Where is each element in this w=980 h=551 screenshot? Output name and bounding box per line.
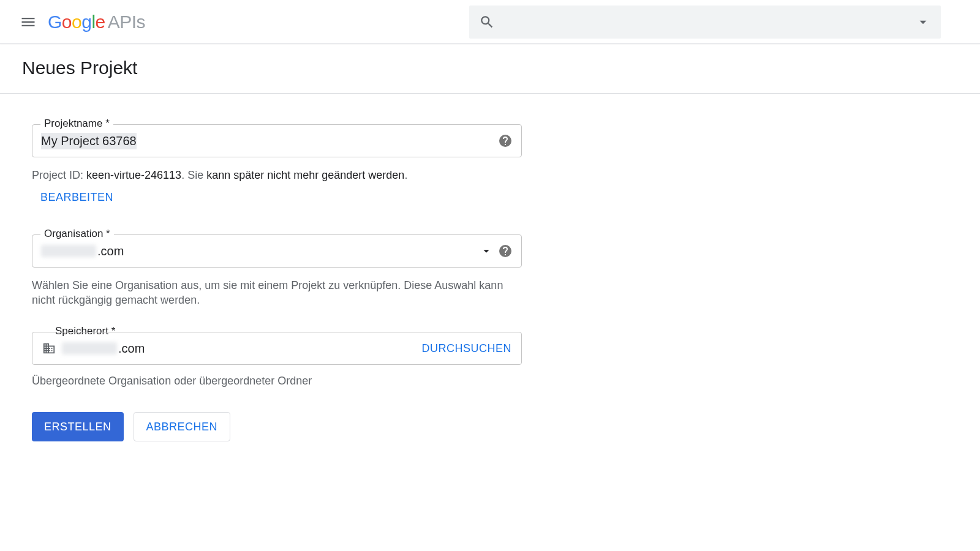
organization-helper: Wählen Sie eine Organisation aus, um sie… bbox=[32, 279, 519, 307]
logo-apis: APIs bbox=[108, 12, 145, 32]
help-icon[interactable] bbox=[498, 244, 513, 258]
organization-icon bbox=[42, 342, 56, 355]
help-icon[interactable] bbox=[498, 133, 513, 148]
create-button[interactable]: ERSTELLEN bbox=[32, 412, 124, 441]
logo: Google APIs bbox=[48, 12, 145, 32]
project-id-helper: Project ID: keen-virtue-246113. Sie kann… bbox=[32, 168, 519, 182]
organization-section: Organisation * .com Wählen Sie eine Orga… bbox=[32, 234, 519, 307]
location-value-redacted bbox=[62, 342, 117, 354]
edit-project-id-link[interactable]: BEARBEITEN bbox=[40, 191, 113, 204]
search-dropdown-icon[interactable] bbox=[915, 14, 931, 30]
search-icon bbox=[479, 14, 495, 30]
menu-button[interactable] bbox=[15, 9, 42, 36]
organization-value-redacted bbox=[41, 245, 96, 257]
organization-value: .com bbox=[41, 244, 124, 258]
location-helper: Übergeordnete Organisation oder übergeor… bbox=[32, 375, 519, 388]
page-title-bar: Neues Projekt bbox=[0, 44, 980, 94]
location-value: .com bbox=[62, 342, 145, 356]
search-input[interactable] bbox=[502, 15, 915, 28]
header: Google APIs bbox=[0, 0, 980, 44]
organization-field-wrap: Organisation * .com bbox=[32, 234, 519, 268]
location-field[interactable]: .com DURCHSUCHEN bbox=[32, 332, 522, 365]
location-field-wrap: Speicherort * .com DURCHSUCHEN bbox=[32, 332, 519, 365]
project-name-field-wrap: Projektname * My Project 63768 bbox=[32, 124, 519, 157]
project-name-label: Projektname * bbox=[40, 118, 113, 130]
new-project-form: Projektname * My Project 63768 Project I… bbox=[0, 94, 551, 463]
location-section: Speicherort * .com DURCHSUCHEN Übergeord… bbox=[32, 332, 519, 388]
cancel-button[interactable]: ABBRECHEN bbox=[134, 412, 231, 441]
form-actions: ERSTELLEN ABBRECHEN bbox=[32, 412, 519, 441]
chevron-down-icon[interactable] bbox=[480, 244, 493, 258]
project-name-value[interactable]: My Project 63768 bbox=[41, 133, 137, 149]
menu-icon bbox=[20, 13, 37, 31]
browse-link[interactable]: DURCHSUCHEN bbox=[421, 342, 511, 355]
search-bar[interactable] bbox=[469, 6, 941, 39]
page-title: Neues Projekt bbox=[22, 58, 958, 78]
organization-label: Organisation * bbox=[40, 228, 114, 240]
